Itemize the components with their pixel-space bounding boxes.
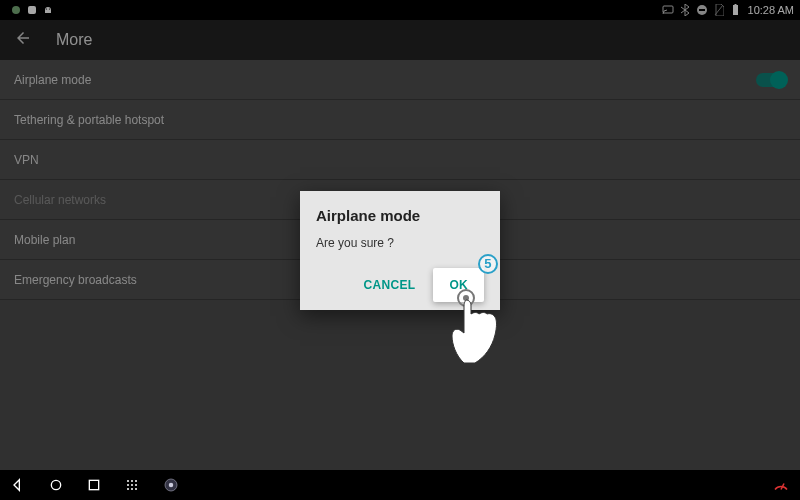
svg-point-14	[127, 480, 129, 482]
cancel-button[interactable]: CANCEL	[354, 270, 426, 300]
svg-point-15	[131, 480, 133, 482]
dialog-title: Airplane mode	[316, 207, 484, 224]
svg-point-21	[131, 488, 133, 490]
svg-rect-13	[89, 480, 98, 489]
nav-apps-icon[interactable]	[124, 477, 140, 493]
screen: 10:28 AM More Airplane mode Tethering & …	[0, 0, 800, 500]
svg-point-22	[135, 488, 137, 490]
svg-point-19	[135, 484, 137, 486]
ok-button[interactable]: OK 5	[433, 268, 484, 302]
modal-overlay: Airplane mode Are you sure ? CANCEL OK 5	[0, 0, 800, 500]
tutorial-step-badge: 5	[478, 254, 498, 274]
nav-settings-shortcut-icon[interactable]	[162, 476, 180, 494]
nav-gauge-icon[interactable]	[772, 476, 790, 494]
svg-point-20	[127, 488, 129, 490]
dialog-message: Are you sure ?	[316, 236, 484, 250]
svg-point-17	[127, 484, 129, 486]
navigation-bar	[0, 470, 800, 500]
nav-recent-icon[interactable]	[86, 477, 102, 493]
dialog-actions: CANCEL OK 5	[316, 268, 484, 302]
nav-home-icon[interactable]	[48, 477, 64, 493]
airplane-dialog: Airplane mode Are you sure ? CANCEL OK 5	[300, 191, 500, 310]
pointer-hand-icon	[448, 290, 528, 380]
svg-point-12	[51, 480, 60, 489]
svg-point-24	[169, 483, 174, 488]
svg-point-18	[131, 484, 133, 486]
nav-back-icon[interactable]	[10, 477, 26, 493]
svg-point-16	[135, 480, 137, 482]
